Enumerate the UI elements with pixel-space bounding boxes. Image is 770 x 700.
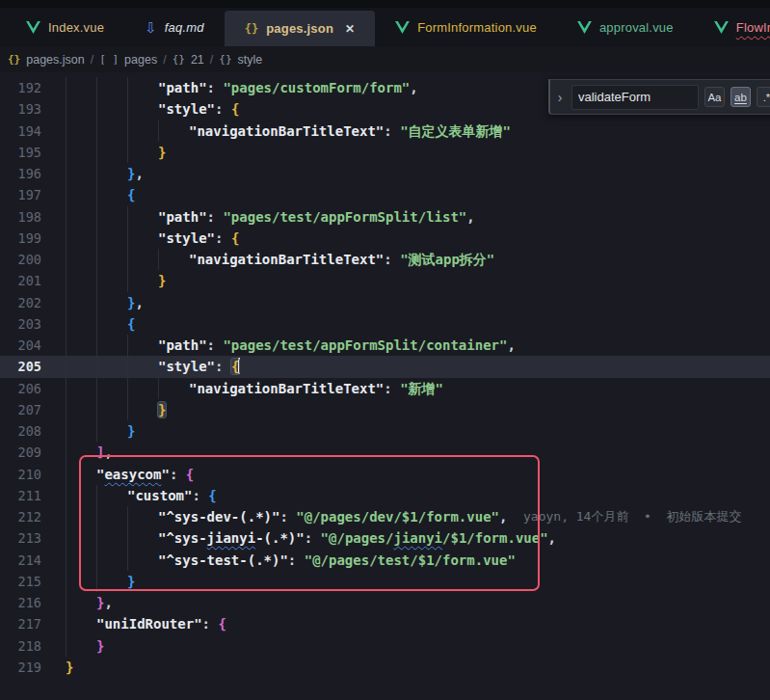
- code-token: ": [161, 467, 169, 482]
- code-token: "navigationBarTitleText": [189, 123, 384, 139]
- code-line-202[interactable]: 202},: [0, 292, 770, 313]
- tab-label: Index.vue: [48, 20, 104, 35]
- code-token: "^sys-test-(.*)": [158, 552, 288, 568]
- code-line-195[interactable]: 195}: [0, 142, 770, 163]
- code-token: :: [192, 488, 208, 503]
- breadcrumb-item-pages-json[interactable]: pages.json: [26, 53, 84, 67]
- line-number: 214: [0, 550, 41, 571]
- indent-guide: [96, 506, 97, 527]
- code-token: }: [158, 273, 166, 288]
- code-line-196[interactable]: 196},: [0, 163, 770, 184]
- code-line-213[interactable]: 213"^sys-jianyi-(.*)": "@/pages/jianyi/$…: [0, 527, 770, 549]
- code-line-198[interactable]: 198"path": "pages/test/appFormSplit/list…: [0, 206, 770, 228]
- code-token: {: [186, 467, 194, 482]
- tab-flowinfo-vu[interactable]: FlowInfo.vu: [694, 8, 770, 46]
- indent-guide: [127, 356, 128, 377]
- code-line-194[interactable]: 194"navigationBarTitleText": "自定义表单新增": [0, 121, 770, 142]
- code-line-218[interactable]: 218}: [0, 635, 770, 657]
- indent-guide: [127, 270, 128, 291]
- code-text: "easycom": {: [96, 464, 194, 485]
- breadcrumb-item-style[interactable]: style: [238, 53, 263, 67]
- breadcrumb-separator: /: [210, 53, 213, 67]
- code-text: }: [158, 142, 166, 163]
- code-line-199[interactable]: 199"style": {: [0, 228, 770, 249]
- code-line-204[interactable]: 204"path": "pages/test/appFormSplit/cont…: [0, 335, 770, 356]
- code-line-212[interactable]: 212"^sys-dev-(.*)": "@/pages/dev/$1/form…: [0, 506, 770, 527]
- code-text: }: [158, 270, 166, 291]
- code-line-207[interactable]: 207}: [0, 399, 770, 420]
- indent-guide: [66, 142, 66, 163]
- indent-guide: [96, 527, 97, 549]
- code-editor[interactable]: 192"path": "pages/customForm/form",193"s…: [0, 72, 770, 700]
- code-line-203[interactable]: 203{: [0, 313, 770, 335]
- find-input-box: [571, 85, 699, 110]
- code-line-215[interactable]: 215}: [0, 571, 770, 592]
- line-number: 215: [0, 571, 41, 592]
- find-widget: › Aaab.*: [548, 79, 770, 115]
- regex-toggle[interactable]: .*: [757, 87, 770, 107]
- find-input[interactable]: [578, 90, 692, 104]
- tab-forminformation-vue[interactable]: FormInformation.vue: [375, 8, 557, 46]
- whole-word-toggle[interactable]: ab: [730, 87, 751, 107]
- code-line-201[interactable]: 201}: [0, 270, 770, 291]
- line-number: 213: [0, 527, 41, 549]
- line-number: 200: [0, 249, 41, 270]
- code-token: {: [218, 616, 226, 632]
- code-token: "style": [158, 101, 215, 117]
- code-line-219[interactable]: 219}: [0, 657, 770, 678]
- code-line-216[interactable]: 216},: [0, 592, 770, 613]
- vue-icon: [714, 21, 729, 34]
- tab-pages-json[interactable]: {}pages.json✕: [225, 11, 375, 46]
- git-blame-annotation: yaoyn, 14个月前 • 初始版本提交: [523, 506, 742, 527]
- tab-index-vue[interactable]: Index.vue: [6, 8, 124, 46]
- indent-guide: [96, 313, 97, 335]
- indent-guide: [66, 550, 66, 571]
- line-number: 199: [0, 228, 41, 249]
- code-line-214[interactable]: 214"^sys-test-(.*)": "@/pages/test/$1/fo…: [0, 550, 770, 571]
- code-line-200[interactable]: 200"navigationBarTitleText": "测试app拆分": [0, 249, 770, 270]
- indent-guide: [158, 121, 159, 142]
- close-icon[interactable]: ✕: [345, 22, 355, 36]
- indent-guide: [127, 550, 128, 571]
- match-case-toggle[interactable]: Aa: [704, 87, 725, 107]
- code-token: "新增": [400, 381, 443, 396]
- find-expand-chevron-icon[interactable]: ›: [554, 90, 566, 105]
- code-text: "custom": {: [127, 485, 217, 506]
- code-line-210[interactable]: 210"easycom": {: [0, 464, 770, 485]
- breadcrumb-item-pages[interactable]: pages: [124, 53, 157, 67]
- indent-guide: [66, 184, 66, 205]
- indent-guide: [127, 506, 128, 527]
- code-token: ,: [135, 166, 143, 181]
- line-number: 206: [0, 378, 41, 399]
- code-line-211[interactable]: 211"custom": {: [0, 485, 770, 506]
- indent-guide: [127, 335, 128, 356]
- breadcrumb-separator: /: [91, 53, 93, 67]
- code-line-197[interactable]: 197{: [0, 184, 770, 205]
- code-token: "自定义表单新增": [400, 123, 511, 139]
- line-number: 211: [0, 485, 41, 506]
- tab-approval-vue[interactable]: approval.vue: [557, 8, 694, 46]
- code-token: ,: [104, 444, 112, 460]
- code-token: "@/pages/: [321, 530, 394, 546]
- code-token: "pages/test/appFormSplit/list": [223, 209, 466, 225]
- indent-guide: [96, 356, 97, 377]
- line-number: 208: [0, 420, 41, 442]
- tab-faq-md[interactable]: ⇩faq.md: [124, 8, 225, 46]
- code-text: },: [127, 292, 144, 313]
- indent-guide: [96, 420, 97, 442]
- code-line-208[interactable]: 208}: [0, 420, 770, 442]
- code-line-217[interactable]: 217"uniIdRouter": {: [0, 613, 770, 634]
- breadcrumb-item-21[interactable]: 21: [191, 53, 204, 67]
- code-token: }: [158, 402, 166, 417]
- indent-guide: [96, 228, 97, 249]
- code-line-209[interactable]: 209],: [0, 442, 770, 463]
- indent-guide: [66, 292, 66, 313]
- code-line-205[interactable]: 205"style": {: [0, 356, 770, 377]
- code-token: "pages/test/appFormSplit/container": [223, 337, 507, 353]
- line-number: 197: [0, 184, 41, 205]
- code-line-206[interactable]: 206"navigationBarTitleText": "新增": [0, 378, 770, 399]
- code-token: :: [215, 359, 231, 374]
- object-symbol-icon: {}: [219, 53, 231, 66]
- line-number: 219: [0, 657, 41, 678]
- vue-icon: [577, 21, 592, 34]
